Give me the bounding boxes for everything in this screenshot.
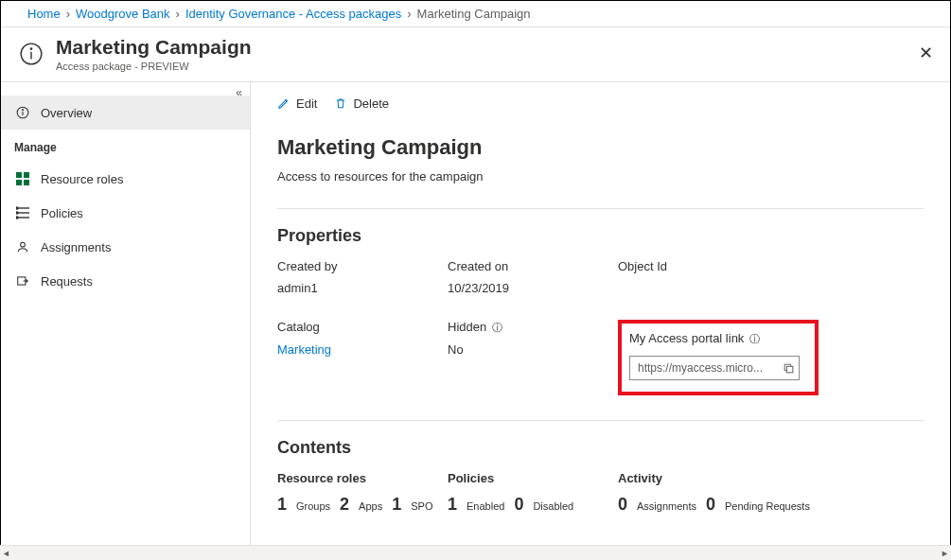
scroll-right-icon[interactable]: ►: [941, 549, 949, 558]
hidden-value: No: [448, 342, 618, 357]
created-on-value: 10/23/2019: [448, 281, 618, 295]
horizontal-scrollbar[interactable]: ◄ ►: [0, 545, 951, 560]
collapse-sidebar-button[interactable]: «: [236, 86, 242, 99]
close-button[interactable]: ✕: [919, 43, 933, 63]
info-icon[interactable]: ⓘ: [749, 333, 760, 344]
svg-rect-8: [16, 180, 22, 185]
copy-icon[interactable]: [783, 362, 795, 375]
arrow-right-icon: [14, 274, 31, 288]
page-subtitle: Access package - PREVIEW: [56, 61, 252, 72]
sidebar-heading-manage: Manage: [1, 130, 250, 162]
info-icon: [14, 106, 31, 119]
catalog-label: Catalog: [277, 320, 448, 335]
svg-rect-7: [24, 172, 29, 178]
policies-counts: 1Enabled 0Disabled: [448, 495, 618, 515]
svg-rect-6: [16, 172, 22, 178]
breadcrumb: Home › Woodgrove Bank › Identity Governa…: [1, 1, 950, 27]
svg-point-14: [16, 212, 18, 214]
policies-label: Policies: [448, 471, 618, 485]
svg-point-13: [16, 207, 18, 209]
delete-label: Delete: [353, 96, 389, 111]
chevron-right-icon: ›: [176, 7, 180, 21]
sidebar-item-requests[interactable]: Requests: [1, 264, 250, 298]
contents-heading: Contents: [277, 438, 924, 458]
toolbar: Edit Delete: [277, 84, 924, 122]
delete-button[interactable]: Delete: [334, 96, 389, 111]
svg-point-5: [23, 110, 24, 111]
sidebar-item-label: Policies: [41, 206, 83, 220]
sidebar-item-assignments[interactable]: Assignments: [1, 230, 250, 264]
resource-roles-label: Resource roles: [277, 471, 448, 485]
portal-link-field[interactable]: https://myaccess.micro...: [629, 356, 800, 380]
grid-icon: [14, 172, 31, 185]
created-on-label: Created on: [448, 259, 618, 273]
created-by-value: admin1: [277, 281, 448, 295]
page-header: Marketing Campaign Access package - PREV…: [1, 27, 950, 81]
portal-link-label: My Access portal link ⓘ: [629, 331, 800, 346]
person-icon: [14, 240, 31, 254]
sidebar-item-label: Overview: [41, 106, 92, 120]
page-title: Marketing Campaign: [56, 35, 252, 59]
info-icon[interactable]: ⓘ: [492, 322, 502, 333]
scroll-left-icon[interactable]: ◄: [2, 549, 10, 558]
resource-roles-counts: 1Groups 2Apps 1SPO: [277, 495, 448, 515]
object-id-value: [618, 281, 826, 295]
sidebar-item-label: Resource roles: [41, 172, 123, 186]
hidden-label: Hidden ⓘ: [448, 320, 618, 335]
catalog-link[interactable]: Marketing: [277, 342, 448, 357]
chevron-right-icon: ›: [407, 7, 411, 21]
breadcrumb-bank[interactable]: Woodgrove Bank: [76, 7, 170, 21]
sidebar-item-resource-roles[interactable]: Resource roles: [1, 162, 250, 196]
breadcrumb-home[interactable]: Home: [27, 7, 61, 21]
activity-counts: 0Assignments 0Pending Requests: [618, 495, 864, 515]
properties-heading: Properties: [277, 226, 924, 246]
list-icon: [14, 206, 31, 219]
edit-button[interactable]: Edit: [277, 96, 317, 111]
svg-rect-18: [786, 366, 793, 373]
content-title: Marketing Campaign: [277, 135, 924, 160]
portal-link-highlight: My Access portal link ⓘ https://myaccess…: [618, 320, 819, 395]
sidebar-item-overview[interactable]: Overview: [1, 96, 250, 130]
activity-label: Activity: [618, 471, 864, 485]
content-description: Access to resources for the campaign: [277, 169, 924, 184]
svg-point-16: [21, 243, 26, 248]
sidebar: « Overview Manage Resource roles Policie…: [1, 82, 251, 545]
created-by-label: Created by: [277, 259, 448, 273]
object-id-label: Object Id: [618, 259, 826, 273]
breadcrumb-current: Marketing Campaign: [417, 7, 531, 21]
sidebar-item-label: Assignments: [41, 240, 111, 254]
breadcrumb-governance[interactable]: Identity Governance - Access packages: [185, 7, 401, 21]
portal-link-value: https://myaccess.micro...: [638, 361, 777, 375]
sidebar-item-policies[interactable]: Policies: [1, 196, 250, 230]
svg-rect-9: [24, 180, 29, 185]
svg-point-2: [30, 48, 31, 49]
edit-label: Edit: [296, 96, 317, 111]
sidebar-item-label: Requests: [41, 274, 93, 289]
main-content: Edit Delete Marketing Campaign Access to…: [251, 82, 950, 545]
chevron-right-icon: ›: [66, 7, 70, 21]
svg-point-15: [16, 217, 18, 219]
info-icon: [18, 41, 44, 67]
